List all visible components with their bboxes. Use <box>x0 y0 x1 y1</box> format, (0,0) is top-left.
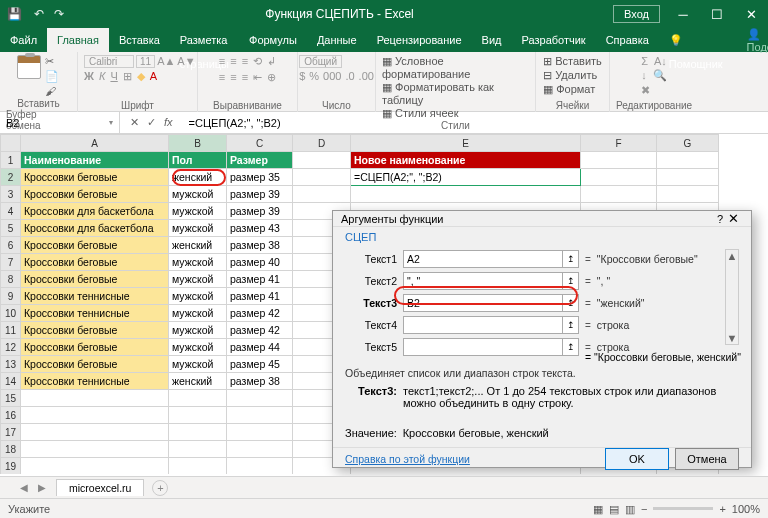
cell[interactable]: размер 35 <box>227 169 293 186</box>
row-header[interactable]: 3 <box>1 186 21 203</box>
format-cells[interactable]: ▦ Формат <box>543 83 595 96</box>
cell[interactable] <box>227 458 293 475</box>
percent-icon[interactable]: % <box>309 70 319 82</box>
dec-dec-icon[interactable]: .00 <box>359 70 374 82</box>
format-painter-icon[interactable]: 🖌 <box>45 85 59 97</box>
cell[interactable]: размер 39 <box>227 203 293 220</box>
row-header[interactable]: 9 <box>1 288 21 305</box>
font-size[interactable]: 11 <box>136 55 155 68</box>
underline-icon[interactable]: Ч <box>110 70 117 83</box>
cell[interactable]: мужской <box>169 339 227 356</box>
cell[interactable]: размер 39 <box>227 186 293 203</box>
cut-icon[interactable]: ✂ <box>45 55 59 68</box>
cell[interactable]: Кроссовки беговые <box>21 254 169 271</box>
align-right-icon[interactable]: ≡ <box>242 71 248 84</box>
cell[interactable]: размер 38 <box>227 237 293 254</box>
arg-input[interactable] <box>403 250 563 268</box>
col-header[interactable]: B <box>169 135 227 152</box>
zoom-out-icon[interactable]: − <box>641 499 647 519</box>
cell[interactable]: Кроссовки для баскетбола <box>21 203 169 220</box>
cell[interactable] <box>227 441 293 458</box>
cell[interactable] <box>169 458 227 475</box>
zoom-level[interactable]: 100% <box>732 499 760 519</box>
cell[interactable] <box>169 390 227 407</box>
cell[interactable]: размер 41 <box>227 271 293 288</box>
cell[interactable] <box>657 152 719 169</box>
cell[interactable]: женский <box>169 237 227 254</box>
cell[interactable] <box>21 424 169 441</box>
cell[interactable]: мужской <box>169 288 227 305</box>
cell[interactable]: Кроссовки теннисные <box>21 373 169 390</box>
cell[interactable]: мужской <box>169 186 227 203</box>
add-sheet-icon[interactable]: + <box>152 480 168 496</box>
row-header[interactable]: 10 <box>1 305 21 322</box>
zoom-in-icon[interactable]: + <box>719 499 725 519</box>
font-select[interactable]: Calibri <box>84 55 134 68</box>
clear-icon[interactable]: ✖ <box>641 84 650 97</box>
cell[interactable]: мужской <box>169 271 227 288</box>
cell[interactable] <box>351 186 581 203</box>
fill-icon[interactable]: ↓ <box>641 69 647 82</box>
sheet-nav-prev-icon[interactable]: ◀ <box>20 482 28 493</box>
formula-input[interactable]: =СЦЕП(A2;", ";B2) <box>183 112 768 134</box>
cell[interactable]: Кроссовки беговые <box>21 237 169 254</box>
cell[interactable]: мужской <box>169 356 227 373</box>
save-icon[interactable]: 💾 <box>0 7 28 21</box>
cell[interactable]: мужской <box>169 322 227 339</box>
cell[interactable] <box>293 152 351 169</box>
row-header[interactable]: 13 <box>1 356 21 373</box>
view-normal-icon[interactable]: ▦ <box>593 499 603 519</box>
tab-home[interactable]: Главная <box>47 28 109 52</box>
currency-icon[interactable]: $ <box>299 70 305 82</box>
cell[interactable] <box>227 390 293 407</box>
align-left-icon[interactable]: ≡ <box>219 71 225 84</box>
paste-icon[interactable] <box>17 55 41 79</box>
redo-icon[interactable]: ↷ <box>52 7 66 21</box>
cell[interactable]: Кроссовки беговые <box>21 169 169 186</box>
tab-review[interactable]: Рецензирование <box>367 28 472 52</box>
cell[interactable]: =СЦЕП(A2;", ";B2) <box>351 169 581 186</box>
cell[interactable] <box>293 186 351 203</box>
cell[interactable]: мужской <box>169 305 227 322</box>
cell[interactable]: размер 42 <box>227 322 293 339</box>
fx-icon[interactable]: fx <box>164 116 173 129</box>
format-as-table[interactable]: ▦ Форматировать как таблицу <box>382 81 529 106</box>
zoom-slider[interactable] <box>653 507 713 510</box>
cell[interactable]: мужской <box>169 220 227 237</box>
cell[interactable]: размер 38 <box>227 373 293 390</box>
row-header[interactable]: 4 <box>1 203 21 220</box>
row-header[interactable]: 5 <box>1 220 21 237</box>
col-header[interactable]: F <box>581 135 657 152</box>
tab-help[interactable]: Справка <box>596 28 659 52</box>
range-select-icon[interactable]: ↥ <box>563 272 579 290</box>
tab-layout[interactable]: Разметка страницы <box>170 28 239 52</box>
wrap-icon[interactable]: ↲ <box>267 55 276 68</box>
cell[interactable]: размер 40 <box>227 254 293 271</box>
align-mid-icon[interactable]: ≡ <box>230 55 236 68</box>
col-header[interactable]: E <box>351 135 581 152</box>
sheet-nav-next-icon[interactable]: ▶ <box>38 482 46 493</box>
autosum-icon[interactable]: Σ <box>641 55 648 67</box>
cell[interactable]: Кроссовки беговые <box>21 186 169 203</box>
cell[interactable] <box>169 441 227 458</box>
cell[interactable] <box>657 169 719 186</box>
cell[interactable]: Кроссовки для баскетбола <box>21 220 169 237</box>
cell[interactable]: Кроссовки теннисные <box>21 305 169 322</box>
row-header[interactable]: 15 <box>1 390 21 407</box>
cell[interactable] <box>293 169 351 186</box>
inc-dec-icon[interactable]: .0 <box>345 70 354 82</box>
grow-font-icon[interactable]: A▲ <box>157 55 175 68</box>
tab-data[interactable]: Данные <box>307 28 367 52</box>
ok-button[interactable]: OK <box>605 448 669 470</box>
col-header[interactable]: D <box>293 135 351 152</box>
args-scrollbar[interactable]: ▲▼ <box>725 249 739 345</box>
maximize-icon[interactable]: ☐ <box>700 7 734 22</box>
range-select-icon[interactable]: ↥ <box>563 316 579 334</box>
bold-icon[interactable]: Ж <box>84 70 94 83</box>
col-header[interactable]: A <box>21 135 169 152</box>
arg-input[interactable] <box>403 272 563 290</box>
orientation-icon[interactable]: ⟲ <box>253 55 262 68</box>
col-header[interactable]: G <box>657 135 719 152</box>
row-header[interactable]: 12 <box>1 339 21 356</box>
cell[interactable] <box>581 152 657 169</box>
